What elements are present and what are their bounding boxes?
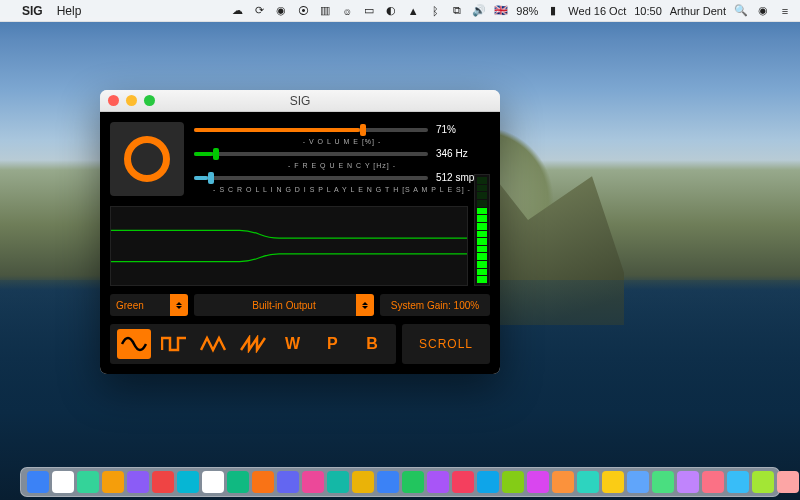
menu-extra-icon[interactable]: ▥ [318, 4, 332, 18]
spotlight-icon[interactable]: 🔍 [734, 4, 748, 18]
oscilloscope-display [110, 206, 468, 286]
output-select[interactable]: Built-in Output [194, 294, 374, 316]
flag-icon[interactable]: 🇬🇧 [494, 4, 508, 18]
dock-app-icon[interactable] [302, 471, 324, 493]
w-wave-button[interactable]: W [276, 329, 310, 359]
dock-app-icon[interactable] [502, 471, 524, 493]
level-meter [474, 174, 490, 286]
dock-app-icon[interactable] [777, 471, 799, 493]
volume-icon[interactable]: 🔊 [472, 4, 486, 18]
meter-segment [477, 246, 487, 253]
notification-center-icon[interactable]: ≡ [778, 4, 792, 18]
dock-app-icon[interactable] [352, 471, 374, 493]
menu-extra-icon[interactable]: ⦿ [296, 4, 310, 18]
volume-label: - V O L U M E [%] - [194, 138, 490, 145]
dock-app-icon[interactable] [652, 471, 674, 493]
chevron-updown-icon [170, 294, 188, 316]
samples-slider[interactable] [194, 176, 428, 180]
dock-app-icon[interactable] [627, 471, 649, 493]
meter-segment [477, 223, 487, 230]
scroll-button[interactable]: SCROLL [402, 324, 490, 364]
dock-app-icon[interactable] [727, 471, 749, 493]
meter-segment [477, 276, 487, 283]
battery-icon[interactable]: ▮ [546, 4, 560, 18]
dock-app-icon[interactable] [102, 471, 124, 493]
ring-icon [124, 136, 170, 182]
system-gain-value: System Gain: 100% [391, 300, 479, 311]
meter-segment [477, 215, 487, 222]
display-icon[interactable]: ▭ [362, 4, 376, 18]
meter-segment [477, 185, 487, 192]
dock-app-icon[interactable] [702, 471, 724, 493]
airplay-icon[interactable]: ▲ [406, 4, 420, 18]
dock-app-icon[interactable] [752, 471, 774, 493]
dock-app-icon[interactable] [227, 471, 249, 493]
dock-app-icon[interactable] [477, 471, 499, 493]
sync-icon[interactable]: ⟳ [252, 4, 266, 18]
menubar-time[interactable]: 10:50 [634, 5, 662, 17]
triangle-wave-button[interactable] [196, 329, 230, 359]
frequency-value: 346 Hz [436, 148, 490, 159]
circle-status-icon[interactable]: ◉ [274, 4, 288, 18]
sine-wave-button[interactable] [117, 329, 151, 359]
dock-app-icon[interactable] [127, 471, 149, 493]
volume-slider[interactable] [194, 128, 428, 132]
macos-menubar: SIG Help ☁︎ ⟳ ◉ ⦿ ▥ ⌾ ▭ ◐ ▲ ᛒ ⧉ 🔊 🇬🇧 98%… [0, 0, 800, 22]
waveform-indicator [110, 122, 184, 196]
cloud-icon[interactable]: ☁︎ [230, 4, 244, 18]
macos-dock [20, 467, 780, 497]
output-select-value: Built-in Output [252, 300, 315, 311]
dock-app-icon[interactable] [577, 471, 599, 493]
dock-app-icon[interactable] [327, 471, 349, 493]
menubar-user[interactable]: Arthur Dent [670, 5, 726, 17]
sig-window: SIG 71% - V O L U M E [%] - 346 [100, 90, 500, 374]
wifi-icon[interactable]: ⧉ [450, 4, 464, 18]
dock-app-icon[interactable] [602, 471, 624, 493]
frequency-label: - F R E Q U E N C Y [Hz] - [194, 162, 490, 169]
dock-app-icon[interactable] [252, 471, 274, 493]
dock-app-icon[interactable] [152, 471, 174, 493]
meter-segment [477, 261, 487, 268]
dock-app-icon[interactable] [177, 471, 199, 493]
meter-segment [477, 238, 487, 245]
volume-value: 71% [436, 124, 490, 135]
menu-extra-icon[interactable]: ◐ [384, 4, 398, 18]
dock-app-icon[interactable] [52, 471, 74, 493]
dock-app-icon[interactable] [202, 471, 224, 493]
dock-app-icon[interactable] [552, 471, 574, 493]
meter-segment [477, 269, 487, 276]
dock-app-icon[interactable] [77, 471, 99, 493]
dock-app-icon[interactable] [277, 471, 299, 493]
meter-segment [477, 200, 487, 207]
dock-app-icon[interactable] [452, 471, 474, 493]
dock-app-icon[interactable] [402, 471, 424, 493]
battery-percent[interactable]: 98% [516, 5, 538, 17]
color-select[interactable]: Green [110, 294, 188, 316]
dock-app-icon[interactable] [527, 471, 549, 493]
samples-label: - S C R O L L I N G D I S P L A Y L E N … [194, 186, 490, 193]
dock-app-icon[interactable] [427, 471, 449, 493]
meter-segment [477, 208, 487, 215]
control-center-icon[interactable]: ◉ [756, 4, 770, 18]
menu-extra-icon[interactable]: ⌾ [340, 4, 354, 18]
window-title: SIG [100, 94, 500, 108]
square-wave-button[interactable] [157, 329, 191, 359]
dock-app-icon[interactable] [27, 471, 49, 493]
dock-app-icon[interactable] [377, 471, 399, 493]
chevron-updown-icon [356, 294, 374, 316]
meter-segment [477, 253, 487, 260]
sig-app-body: 71% - V O L U M E [%] - 346 Hz - F R E Q… [100, 112, 500, 374]
frequency-slider[interactable] [194, 152, 428, 156]
help-menu[interactable]: Help [57, 4, 82, 18]
b-wave-button[interactable]: B [355, 329, 389, 359]
p-wave-button[interactable]: P [315, 329, 349, 359]
window-titlebar[interactable]: SIG [100, 90, 500, 112]
bluetooth-icon[interactable]: ᛒ [428, 4, 442, 18]
system-gain-readout: System Gain: 100% [380, 294, 490, 316]
meter-segment [477, 177, 487, 184]
meter-segment [477, 192, 487, 199]
dock-app-icon[interactable] [677, 471, 699, 493]
menubar-date[interactable]: Wed 16 Oct [568, 5, 626, 17]
app-menu[interactable]: SIG [22, 4, 43, 18]
sawtooth-wave-button[interactable] [236, 329, 270, 359]
